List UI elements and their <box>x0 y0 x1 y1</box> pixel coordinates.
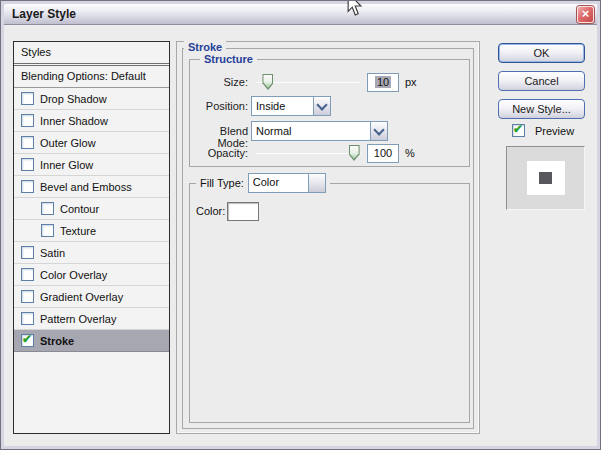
style-item-label: Inner Shadow <box>40 115 108 127</box>
style-item-label: Contour <box>60 203 99 215</box>
fill-type-select[interactable]: Color <box>248 173 326 193</box>
style-checkbox[interactable] <box>41 202 54 215</box>
style-checkbox[interactable] <box>21 268 34 281</box>
cancel-button[interactable]: Cancel <box>498 71 585 91</box>
position-label: Position: <box>190 100 248 112</box>
size-input[interactable]: 10 <box>367 73 399 92</box>
preview-label: Preview <box>535 125 574 137</box>
check-icon: ✔ <box>22 332 32 346</box>
opacity-value: 100 <box>374 147 392 159</box>
ok-button[interactable]: OK <box>498 43 585 63</box>
opacity-label: Opacity: <box>190 147 248 159</box>
styles-list-header: Styles <box>14 42 169 64</box>
fill-type-value: Color <box>253 176 279 188</box>
style-item-gradient-overlay[interactable]: Gradient Overlay <box>14 286 169 308</box>
window-title: Layer Style <box>12 7 76 21</box>
style-item-label: Inner Glow <box>40 159 93 171</box>
style-item-label: Gradient Overlay <box>40 291 123 303</box>
style-item-label: Outer Glow <box>40 137 96 149</box>
style-item-label: Texture <box>60 225 96 237</box>
close-glyph: × <box>582 6 590 21</box>
chevron-down-icon[interactable] <box>370 122 387 140</box>
size-slider-handle[interactable] <box>262 74 273 90</box>
fill-type-groupbox: Fill Type: Color Color: <box>189 183 470 423</box>
style-item-satin[interactable]: Satin <box>14 242 169 264</box>
new-style-button[interactable]: New Style... <box>498 99 585 119</box>
opacity-slider-handle[interactable] <box>349 145 360 161</box>
style-item-pattern-overlay[interactable]: Pattern Overlay <box>14 308 169 330</box>
style-checkbox[interactable] <box>21 312 34 325</box>
style-item-outer-glow[interactable]: Outer Glow <box>14 132 169 154</box>
size-slider-track[interactable] <box>256 82 360 83</box>
blend-mode-select[interactable]: Normal <box>251 121 388 141</box>
opacity-unit: % <box>405 147 415 159</box>
style-item-label: Bevel and Emboss <box>40 181 132 193</box>
color-label: Color: <box>196 205 225 217</box>
check-icon: ✔ <box>513 122 523 136</box>
stroke-panel-title: Stroke <box>184 41 226 53</box>
style-item-inner-shadow[interactable]: Inner Shadow <box>14 110 169 132</box>
style-item-drop-shadow[interactable]: Drop Shadow <box>14 88 169 110</box>
style-item-texture[interactable]: Texture <box>14 220 169 242</box>
size-value: 10 <box>375 76 391 88</box>
style-checkbox[interactable] <box>41 224 54 237</box>
layer-style-dialog: Layer Style × Styles Blending Options: D… <box>0 0 601 450</box>
fill-type-label: Fill Type: <box>200 177 244 189</box>
style-item-label: Stroke <box>40 335 74 347</box>
style-item-stroke[interactable]: ✔ Stroke <box>14 330 169 352</box>
title-bar[interactable]: Layer Style × <box>4 4 597 25</box>
close-icon[interactable]: × <box>577 6 594 23</box>
opacity-input[interactable]: 100 <box>367 144 399 163</box>
style-item-label: Pattern Overlay <box>40 313 116 325</box>
preview-stroke-square <box>527 161 565 195</box>
blend-mode-label: Blend Mode: <box>190 125 248 149</box>
style-item-label: Drop Shadow <box>40 93 107 105</box>
opacity-slider-track[interactable] <box>256 153 362 154</box>
position-select[interactable]: Inside <box>251 96 331 116</box>
style-item-contour[interactable]: Contour <box>14 198 169 220</box>
style-checkbox[interactable] <box>21 246 34 259</box>
style-item-bevel-and-emboss[interactable]: Bevel and Emboss <box>14 176 169 198</box>
preview-fill-square <box>539 172 552 184</box>
structure-group-title: Structure <box>200 53 257 65</box>
style-preview-thumbnail <box>506 146 585 210</box>
fill-type-legend-row: Fill Type: Color <box>196 173 330 193</box>
style-item-label: Color Overlay <box>40 269 107 281</box>
styles-list: Drop Shadow Inner Shadow Outer Glow Inne… <box>14 88 169 352</box>
chevron-down-icon[interactable] <box>313 97 330 115</box>
blend-mode-value: Normal <box>256 124 291 139</box>
blending-options-row[interactable]: Blending Options: Default <box>14 66 169 88</box>
color-swatch[interactable] <box>227 202 259 221</box>
style-checkbox[interactable]: ✔ <box>21 334 34 347</box>
style-checkbox[interactable] <box>21 114 34 127</box>
structure-groupbox: Structure Size: 10 px Position: Inside B… <box>189 59 470 167</box>
style-checkbox[interactable] <box>21 180 34 193</box>
preview-checkbox-row: ✔ Preview <box>512 124 574 137</box>
style-checkbox[interactable] <box>21 290 34 303</box>
size-label: Size: <box>190 76 248 88</box>
style-item-label: Satin <box>40 247 65 259</box>
stroke-options-panel: Stroke Structure Size: 10 px Position: I… <box>176 41 480 434</box>
style-item-color-overlay[interactable]: Color Overlay <box>14 264 169 286</box>
position-value: Inside <box>256 99 285 114</box>
styles-panel: Styles Blending Options: Default Drop Sh… <box>13 41 170 434</box>
size-unit: px <box>405 76 417 88</box>
style-item-inner-glow[interactable]: Inner Glow <box>14 154 169 176</box>
style-checkbox[interactable] <box>21 136 34 149</box>
style-checkbox[interactable] <box>21 92 34 105</box>
style-checkbox[interactable] <box>21 158 34 171</box>
chevron-down-icon[interactable] <box>308 174 325 192</box>
preview-checkbox[interactable]: ✔ <box>512 124 525 137</box>
